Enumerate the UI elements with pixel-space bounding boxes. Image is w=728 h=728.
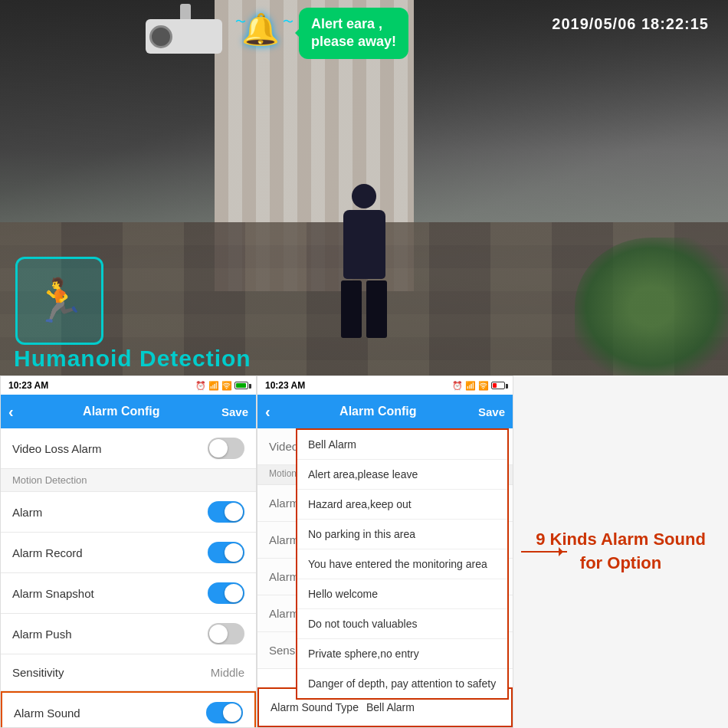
person-silhouette <box>330 184 398 337</box>
toggle-knob <box>209 439 228 457</box>
person-legs <box>341 280 387 338</box>
motion-figure-icon: 🏃 <box>33 276 86 326</box>
status-time-left: 10:23 AM <box>8 380 48 391</box>
dropdown-item-5[interactable]: Hello welcome <box>297 579 507 609</box>
alarm-push-label: Alarm Push <box>12 628 72 641</box>
motion-detection-label: Motion Detection <box>12 474 87 486</box>
alert-bubble: Alert eara , please away! <box>299 8 408 59</box>
status-bar-right: 10:23 AM ⏰ 📶 🛜 <box>257 376 513 395</box>
nav-title-left: Alarm Config <box>21 405 221 418</box>
status-icons-left: ⏰ 📶 🛜 <box>195 381 248 391</box>
sensitivity-item[interactable]: Sensitivity Middle <box>1 654 256 691</box>
toggle-knob <box>209 625 228 643</box>
video-loss-alarm-toggle[interactable] <box>208 438 244 459</box>
alarm-toggle[interactable] <box>208 501 244 523</box>
person-leg-left <box>341 280 362 338</box>
dropdown-item-4[interactable]: You have entered the monitoring area <box>297 549 507 579</box>
alarm-record-label: Alarm Record <box>12 546 83 559</box>
toggle-knob <box>223 703 241 722</box>
status-time-right: 10:23 AM <box>265 380 305 391</box>
phone-right-panel: 10:23 AM ⏰ 📶 🛜 ‹ Alarm Config Save Video… <box>257 375 513 728</box>
camera-feed: 〜 🔔 〜 Alert eara , please away! 2019/05/… <box>0 0 728 375</box>
back-button-left[interactable]: ‹ <box>8 403 14 421</box>
alarm-type-value: Bell Alarm <box>366 701 415 713</box>
signal-icon: 📶 <box>208 381 219 391</box>
sensitivity-label: Sensitivity <box>12 666 64 679</box>
save-button-left[interactable]: Save <box>221 405 248 418</box>
alarm-push-toggle[interactable] <box>208 623 244 644</box>
dropdown-item-1[interactable]: Alert area,please leave <box>297 460 507 490</box>
toggle-knob <box>225 543 243 562</box>
nav-title-right: Alarm Config <box>278 405 478 418</box>
video-loss-alarm-item: Video Loss Alarm <box>1 428 256 469</box>
sensitivity-value: Middle <box>211 666 244 679</box>
back-button-right[interactable]: ‹ <box>265 403 271 421</box>
status-bar-left: 10:23 AM ⏰ 📶 🛜 <box>1 376 256 395</box>
signal-icon-r: 📶 <box>465 381 476 391</box>
greenery <box>575 238 728 375</box>
alarm-type-label: Alarm Sound Type <box>271 701 359 713</box>
annotation-line2: for Option <box>580 553 661 572</box>
dropdown-item-8[interactable]: Danger of depth, pay attention to safety <box>297 669 507 698</box>
humanoid-detection-label: Humanoid Detection <box>14 346 251 372</box>
alarm-item: Alarm <box>1 492 256 533</box>
toggle-knob <box>225 584 243 602</box>
bell-wave-right: 〜 <box>283 15 293 29</box>
alarm-snapshot-toggle[interactable] <box>208 582 244 604</box>
save-button-right[interactable]: Save <box>478 405 505 418</box>
alarm-sound-item: Alarm Sound <box>1 691 256 728</box>
camera-body <box>146 19 222 54</box>
alarm-icon-r: ⏰ <box>452 381 463 391</box>
nav-bar-left: ‹ Alarm Config Save <box>1 395 256 428</box>
alarm-record-toggle[interactable] <box>208 542 244 563</box>
battery-fill-right <box>493 383 497 388</box>
alarm-sound-toggle[interactable] <box>206 702 243 723</box>
wifi-icon-r: 🛜 <box>478 381 489 391</box>
video-loss-alarm-label: Video Loss Alarm <box>12 442 101 455</box>
dropdown-item-2[interactable]: Hazard area,keep out <box>297 490 507 520</box>
motion-detection-header: Motion Detection <box>1 469 256 492</box>
annotation-area: 9 Kinds Alarm Sound for Option <box>513 375 728 728</box>
bell-container: 〜 🔔 〜 <box>241 11 287 61</box>
alarm-sound-dropdown: Bell Alarm Alert area,please leave Hazar… <box>296 428 509 700</box>
dropdown-item-7[interactable]: Private sphere,no entry <box>297 639 507 669</box>
person-body <box>343 210 385 279</box>
bell-icon: 🔔 <box>241 12 280 46</box>
settings-list-left: Video Loss Alarm Motion Detection Alarm … <box>1 428 256 728</box>
phone-section: 10:23 AM ⏰ 📶 🛜 ‹ Alarm Config Save Video… <box>0 375 728 728</box>
annotation-arrow <box>521 551 567 553</box>
battery-icon-left <box>234 382 248 389</box>
status-icons-right: ⏰ 📶 🛜 <box>452 381 505 391</box>
wifi-icon: 🛜 <box>221 381 232 391</box>
toggle-knob <box>225 503 243 521</box>
alert-text-line2: please away! <box>311 34 396 49</box>
nav-bar-right: ‹ Alarm Config Save <box>257 395 513 428</box>
alarm-sound-label: Alarm Sound <box>14 707 80 720</box>
dropdown-item-0[interactable]: Bell Alarm <box>297 430 507 460</box>
timestamp: 2019/05/06 18:22:15 <box>552 15 709 33</box>
battery-icon-right <box>491 382 505 389</box>
alert-text-line1: Alert eara , <box>311 16 382 31</box>
dropdown-item-6[interactable]: Do not touch valuables <box>297 609 507 639</box>
alarm-record-item: Alarm Record <box>1 533 256 573</box>
motion-icon-box: 🏃 <box>15 257 103 345</box>
phone-left-panel: 10:23 AM ⏰ 📶 🛜 ‹ Alarm Config Save Video… <box>0 375 257 728</box>
alarm-icon: ⏰ <box>195 381 206 391</box>
dropdown-item-3[interactable]: No parking in this area <box>297 520 507 549</box>
alarm-snapshot-label: Alarm Snapshot <box>12 587 94 600</box>
alarm-push-item: Alarm Push <box>1 614 256 654</box>
alarm-snapshot-item: Alarm Snapshot <box>1 573 256 614</box>
alarm-label: Alarm <box>12 506 42 519</box>
camera-lens <box>149 25 172 48</box>
camera-device <box>115 4 230 65</box>
person-leg-right <box>366 280 387 338</box>
person-head <box>352 184 376 208</box>
battery-fill <box>236 383 246 388</box>
annotation-line1: 9 Kinds Alarm Sound <box>536 530 706 549</box>
